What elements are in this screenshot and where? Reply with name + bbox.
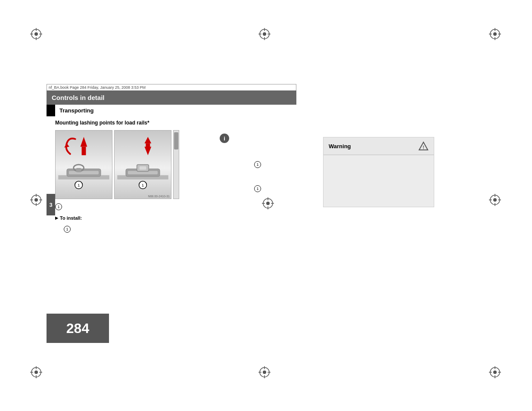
circled-num-instruction: 1 [64,226,71,233]
page-content: nf_BA.book Page 284 Friday, January 25, … [47,84,296,234]
page-number-box: 284 [47,314,109,343]
section-black-bar [47,105,55,116]
info-icon: i [220,134,229,143]
lashing-illustration-right: 1 [115,131,171,199]
info-symbol: i [224,135,225,142]
section-header: Transporting [47,105,296,116]
reg-mark-bottom-right [489,366,501,378]
image-code: N68.00-2410-31 [148,195,170,198]
circled-num-1: 1 [55,203,62,210]
page-number: 284 [66,321,89,336]
to-install-label: To install: [55,215,296,221]
reg-mark-top-center [258,28,271,40]
reg-mark-top-right [489,28,501,40]
svg-point-25 [493,198,497,202]
circled-1-top: 1 [254,161,261,168]
svg-rect-68 [140,166,146,170]
warning-box: Warning ! [323,137,434,207]
svg-text:!: ! [423,145,424,150]
reg-mark-bottom-left [30,366,42,378]
warning-triangle-icon: ! [418,141,429,151]
lashing-illustration-left: 1 [56,131,112,199]
svg-point-7 [263,32,266,36]
svg-text:1: 1 [142,183,144,187]
svg-marker-61 [81,137,87,147]
svg-point-13 [493,32,497,36]
content-area: Mounting lashing points for load rails* [47,116,296,234]
image-container: 1 [55,130,171,199]
warning-header: Warning ! [324,137,434,155]
margin-annotation-2: 1 [254,185,261,192]
image-panel-right: 1 N68.00-2410-31 [114,130,171,199]
svg-point-1 [34,32,38,36]
reg-mark-mid-right [489,194,501,206]
svg-rect-56 [69,171,99,174]
file-info-bar: nf_BA.book Page 284 Friday, January 25, … [47,84,296,90]
svg-point-43 [493,371,497,374]
scrollbar[interactable] [173,130,179,199]
svg-rect-62 [82,147,86,156]
svg-point-19 [34,198,38,202]
reg-mark-top-left [30,28,42,40]
svg-point-37 [263,371,266,374]
svg-text:1: 1 [78,183,80,187]
margin-annotation-1: 1 [254,161,261,168]
reg-mark-mid-left [30,194,42,206]
chapter-tab: 3 [47,194,55,215]
chapter-number: 3 [49,202,52,208]
file-info-text: nf_BA.book Page 284 Friday, January 25, … [49,85,146,90]
reg-mark-bottom-center [258,366,271,378]
footnote-1: 1 [55,202,296,212]
instruction-num-1: 1 [64,224,296,234]
chapter-header: Controls in detail [47,90,296,105]
svg-marker-70 [144,137,151,143]
subsection-title: Mounting lashing points for load rails* [55,120,296,126]
scrollbar-thumb[interactable] [174,132,178,149]
svg-marker-63 [64,143,69,148]
warning-title: Warning [329,143,351,149]
svg-point-31 [34,371,38,374]
chapter-title: Controls in detail [52,94,105,101]
svg-rect-58 [76,168,81,172]
section-title: Transporting [55,105,98,116]
image-panel-left: 1 [55,130,112,199]
svg-rect-71 [146,143,150,149]
circled-1-bottom: 1 [254,185,261,192]
warning-body [324,155,434,207]
